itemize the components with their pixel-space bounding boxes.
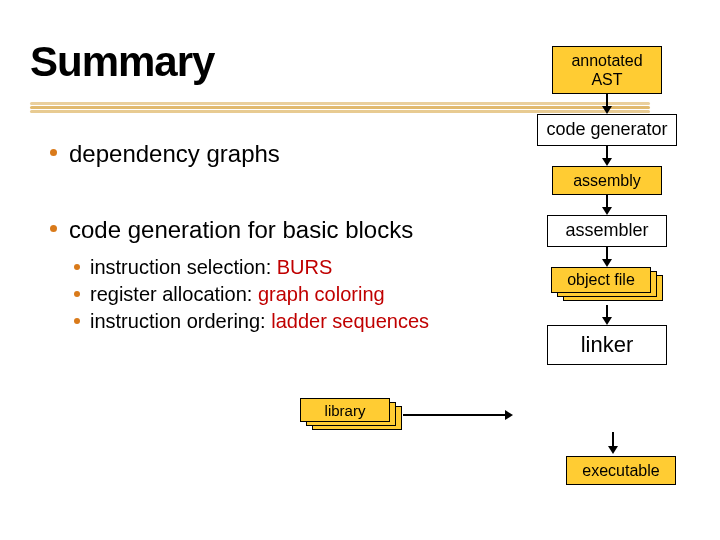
arrow-down-icon — [608, 432, 618, 454]
sub-bullet-2-text: register allocation: graph coloring — [90, 283, 385, 306]
bullet-1-text: dependency graphs — [69, 140, 280, 168]
arrow-down-icon — [602, 146, 612, 166]
arrow-down-icon — [602, 195, 612, 215]
bullet-dot-icon — [74, 318, 80, 324]
bullet-2-text: code generation for basic blocks — [69, 216, 413, 244]
node-annotated-ast: annotated AST — [552, 46, 662, 94]
sub-bullet-3: instruction ordering: ladder sequences — [74, 310, 480, 333]
node-assembly: assembly — [552, 166, 662, 195]
sub-bullet-3-text: instruction ordering: ladder sequences — [90, 310, 429, 333]
bullet-2: code generation for basic blocks — [50, 216, 480, 244]
arrow-down-icon — [602, 247, 612, 267]
bullet-1: dependency graphs — [50, 140, 480, 168]
node-object-file: object file — [551, 267, 651, 293]
slide-title: Summary — [30, 38, 214, 86]
bullet-dot-icon — [74, 264, 80, 270]
node-assembler: assembler — [547, 215, 667, 247]
flow-diagram: annotated AST code generator assembly as… — [522, 46, 692, 365]
arrow-right-icon — [403, 409, 513, 421]
node-object-file-stack: object file — [551, 267, 663, 299]
sub-bullet-1-text: instruction selection: BURS — [90, 256, 332, 279]
node-library-stack: library — [300, 398, 402, 430]
arrow-down-icon — [602, 305, 612, 325]
bullet-dot-icon — [74, 291, 80, 297]
node-linker: linker — [547, 325, 667, 365]
bullet-dot-icon — [50, 149, 57, 156]
sub-plain: instruction ordering: — [90, 310, 271, 332]
sub-bullet-list: instruction selection: BURS register all… — [74, 256, 480, 333]
sub-plain: instruction selection: — [90, 256, 277, 278]
sub-highlight: ladder sequences — [271, 310, 429, 332]
node-executable: executable — [566, 456, 676, 485]
arrow-down-icon — [602, 94, 612, 114]
bullet-dot-icon — [50, 225, 57, 232]
node-code-generator: code generator — [537, 114, 677, 146]
sub-highlight: graph coloring — [258, 283, 385, 305]
content-area: dependency graphs code generation for ba… — [50, 140, 480, 337]
sub-bullet-2: register allocation: graph coloring — [74, 283, 480, 306]
bullet-2-group: code generation for basic blocks instruc… — [50, 216, 480, 333]
sub-plain: register allocation: — [90, 283, 258, 305]
node-library: library — [300, 398, 390, 422]
sub-highlight: BURS — [277, 256, 333, 278]
sub-bullet-1: instruction selection: BURS — [74, 256, 480, 279]
